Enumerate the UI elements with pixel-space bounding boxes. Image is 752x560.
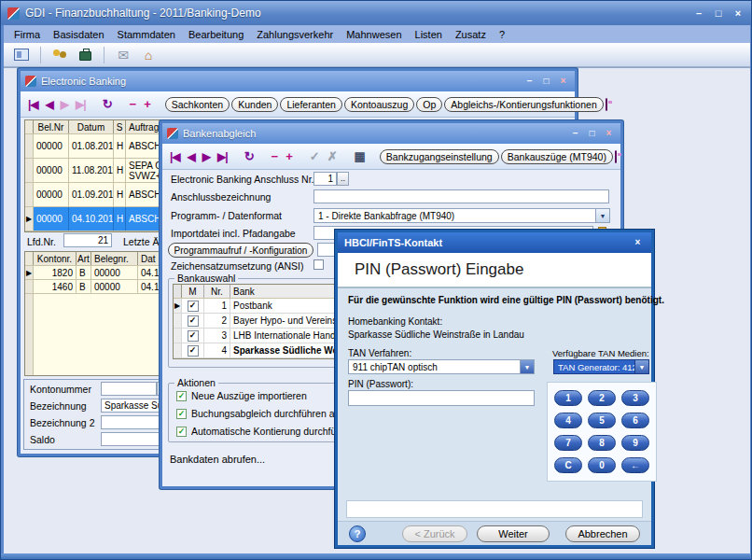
briefcase-icon[interactable]: [75, 46, 95, 64]
kunden-button[interactable]: Kunden: [231, 97, 278, 112]
keypad-4-button[interactable]: 4: [554, 413, 582, 428]
lieferanten-button[interactable]: Lieferanten: [280, 97, 342, 112]
sachkonten-button[interactable]: Sachkonten: [165, 97, 230, 112]
eb-titlebar[interactable]: Electronic Banking – □ ×: [21, 71, 575, 91]
anschlussbezeichnung-field[interactable]: [313, 189, 609, 203]
keypad-8-button[interactable]: 8: [588, 435, 616, 451]
eb-close-button[interactable]: ×: [556, 76, 570, 87]
close-button[interactable]: ×: [730, 7, 746, 20]
ba-maximize-button[interactable]: □: [585, 128, 599, 139]
zurueck-button[interactable]: < Zurück: [402, 525, 467, 542]
menu-basisdaten[interactable]: Basisdaten: [47, 27, 110, 42]
add-record-button[interactable]: +: [141, 97, 154, 111]
col-m[interactable]: M: [182, 285, 204, 298]
nav-first-button[interactable]: |◀: [167, 150, 183, 163]
bankauszuege-mt940-button[interactable]: Bankauszüge (MT940): [501, 149, 613, 164]
apply-icon[interactable]: ✓: [307, 149, 323, 163]
nav-next-button[interactable]: ▶: [200, 150, 213, 163]
lfdnr-field[interactable]: 21: [63, 233, 112, 247]
nav-last-button[interactable]: ▶|: [215, 150, 230, 163]
chevron-down-icon[interactable]: ▼: [634, 360, 648, 373]
datenformat-select[interactable]: 1 - Direkte Bankabfrage (MT940) ▼: [313, 208, 610, 223]
aktion-neue-auszuege[interactable]: ✓ Neue Auszüge importieren: [176, 390, 307, 401]
minimize-button[interactable]: –: [690, 7, 707, 20]
aktion-automatische-kontierung[interactable]: ✓ Automatische Kontierung durchführen: [176, 426, 355, 437]
nav-prev-button[interactable]: ◀: [43, 98, 56, 111]
refresh-icon[interactable]: ↻: [100, 97, 116, 111]
keypad-0-button[interactable]: 0: [588, 457, 616, 473]
kontoauszug-button[interactable]: Kontoauszug: [344, 97, 414, 112]
menu-firma[interactable]: Firma: [7, 27, 47, 42]
keypad-clear-button[interactable]: C: [554, 457, 582, 473]
abgleichs-kontierungsfunktionen-button[interactable]: Abgleichs-/Kontierungsfunktionen: [444, 97, 603, 112]
maximize-button[interactable]: □: [710, 7, 727, 20]
col-belegnr[interactable]: Belegnr.: [91, 252, 138, 265]
programmaufruf-konfiguration-button[interactable]: Programmaufruf / -Konfiguration: [168, 243, 313, 258]
anschluss-nr-field[interactable]: 1: [313, 172, 337, 186]
users-icon[interactable]: [49, 46, 70, 64]
bankdaten-abrufen-link[interactable]: Bankdaten abrufen...: [170, 454, 265, 465]
main-titlebar[interactable]: GDI - Finanzbuchhaltung - 2011/Banking-D…: [1, 1, 752, 25]
add-record-button[interactable]: +: [283, 149, 296, 163]
mail-icon[interactable]: ✉: [113, 46, 133, 64]
ba-minimize-button[interactable]: –: [568, 128, 582, 139]
col-belnr[interactable]: Bel.Nr: [34, 120, 69, 133]
op-button[interactable]: Op: [416, 97, 442, 112]
eb-minimize-button[interactable]: –: [522, 76, 536, 87]
tan-medien-select[interactable]: TAN Generator: 41200 ▼: [553, 359, 649, 374]
nav-next-button[interactable]: ▶: [58, 98, 71, 111]
menu-stammdaten[interactable]: Stammdaten: [111, 27, 182, 42]
bank-checkbox[interactable]: ✓: [188, 330, 199, 342]
chevron-down-icon[interactable]: ▼: [520, 360, 534, 373]
weiter-button[interactable]: Weiter: [477, 525, 550, 542]
keypad-1-button[interactable]: 1: [554, 390, 582, 406]
delete-record-button[interactable]: −: [127, 97, 140, 111]
discard-icon[interactable]: ✗: [325, 149, 341, 163]
menu-zusatz[interactable]: Zusatz: [449, 27, 493, 42]
calculator-icon[interactable]: ▦: [352, 149, 369, 163]
menu-help[interactable]: ?: [493, 27, 511, 42]
bank-checkbox[interactable]: ✓: [188, 315, 199, 327]
home-icon[interactable]: ⌂: [138, 46, 159, 64]
ba-close-button[interactable]: ×: [602, 128, 616, 139]
ba-titlebar[interactable]: Bankenabgleich – □ ×: [162, 123, 620, 144]
form-icon[interactable]: [11, 46, 32, 64]
eb-maximize-button[interactable]: □: [539, 76, 553, 87]
hbci-titlebar[interactable]: HBCI/FinTS-Kontakt ×: [338, 232, 651, 253]
menu-bearbeitung[interactable]: Bearbeitung: [182, 27, 250, 42]
col-datum[interactable]: Datum: [69, 120, 114, 133]
hbci-close-button[interactable]: ×: [631, 237, 645, 248]
keypad-backspace-button[interactable]: ←: [621, 457, 649, 473]
delete-record-button[interactable]: −: [269, 149, 282, 163]
nav-prev-button[interactable]: ◀: [185, 150, 198, 163]
kontonummer-field-1[interactable]: [101, 382, 157, 396]
checked-checkbox[interactable]: ✓: [176, 391, 187, 401]
chevron-down-icon[interactable]: ▼: [595, 209, 609, 222]
nav-last-button[interactable]: ▶|: [73, 98, 89, 111]
checked-checkbox[interactable]: ✓: [176, 427, 187, 437]
menu-mahnwesen[interactable]: Mahnwesen: [340, 27, 408, 42]
anschluss-lookup-button[interactable]: ..: [337, 172, 349, 186]
col-kontonr[interactable]: Kontonr.: [34, 252, 77, 265]
col-art[interactable]: Art: [77, 252, 91, 265]
keypad-2-button[interactable]: 2: [588, 390, 616, 406]
book-icon[interactable]: [615, 150, 617, 163]
book-icon[interactable]: [606, 98, 607, 111]
menu-zahlungsverkehr[interactable]: Zahlungsverkehr: [250, 27, 340, 42]
bank-checkbox[interactable]: ✓: [188, 301, 199, 312]
keypad-5-button[interactable]: 5: [588, 413, 616, 428]
keypad-6-button[interactable]: 6: [621, 413, 649, 428]
bank-checkbox[interactable]: ✓: [188, 345, 199, 357]
bankzugangseinstellung-button[interactable]: Bankzugangseinstellung: [380, 149, 499, 164]
keypad-7-button[interactable]: 7: [554, 435, 582, 451]
pin-input[interactable]: [348, 390, 535, 406]
tan-verfahren-select[interactable]: 911 chipTAN optisch ▼: [348, 359, 535, 374]
nav-first-button[interactable]: |◀: [25, 98, 41, 111]
col-nr[interactable]: Nr.: [204, 285, 230, 298]
abbrechen-button[interactable]: Abbrechen: [565, 525, 640, 542]
ansi-checkbox[interactable]: [313, 259, 324, 270]
keypad-3-button[interactable]: 3: [621, 390, 649, 406]
help-icon[interactable]: ?: [349, 525, 366, 542]
refresh-icon[interactable]: ↻: [242, 149, 258, 163]
col-s[interactable]: S: [114, 120, 126, 133]
